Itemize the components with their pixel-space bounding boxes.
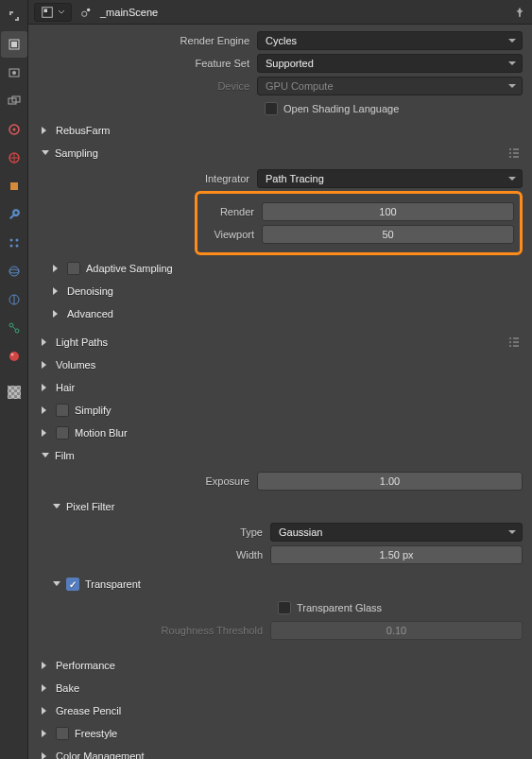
tab-object-icon[interactable]: [1, 173, 27, 199]
render-engine-label: Render Engine: [28, 35, 257, 46]
simplify-checkbox[interactable]: [56, 404, 69, 417]
tab-world-icon[interactable]: [1, 145, 27, 171]
feature-set-label: Feature Set: [28, 58, 257, 69]
svg-rect-1: [11, 42, 17, 47]
filter-width-field[interactable]: 1.50 px: [270, 545, 523, 564]
panel-grease-pencil[interactable]: Grease Pencil: [28, 699, 528, 722]
preset-list-icon[interactable]: [507, 336, 521, 349]
panel-volumes[interactable]: Volumes: [28, 354, 528, 376]
svg-point-15: [9, 269, 19, 273]
adaptive-sampling-checkbox[interactable]: [67, 262, 80, 275]
exposure-label: Exposure: [28, 475, 257, 487]
render-samples-field[interactable]: 100: [262, 202, 514, 221]
svg-point-19: [9, 352, 19, 361]
tab-physics-icon[interactable]: [1, 258, 27, 285]
panel-rebusfarm[interactable]: RebusFarm: [28, 119, 528, 142]
tab-particles-icon[interactable]: [1, 230, 27, 256]
device-label: Device: [28, 80, 257, 92]
svg-point-10: [9, 239, 12, 242]
panel-performance[interactable]: Performance: [28, 654, 528, 677]
properties-tab-sidebar: [0, 0, 28, 759]
svg-point-18: [15, 329, 19, 333]
svg-rect-9: [10, 182, 18, 190]
tab-modifier-icon[interactable]: [1, 201, 27, 228]
render-samples-label: Render: [203, 206, 262, 217]
tab-tool-icon[interactable]: [1, 3, 27, 29]
device-select: GPU Compute: [257, 77, 523, 95]
subpanel-advanced[interactable]: Advanced: [28, 302, 528, 325]
preset-list-icon[interactable]: [507, 147, 521, 160]
viewport-samples-label: Viewport: [203, 229, 262, 240]
viewport-samples-field[interactable]: 50: [262, 225, 514, 244]
tab-material-icon[interactable]: [1, 343, 27, 370]
osl-checkbox[interactable]: [265, 102, 278, 115]
tab-output-icon[interactable]: [1, 60, 27, 86]
panel-light-paths[interactable]: Light Paths: [28, 331, 528, 354]
panel-color-management[interactable]: Color Management: [28, 745, 528, 759]
transparent-glass-checkbox[interactable]: [278, 601, 291, 614]
header-bar: _mainScene: [28, 0, 532, 25]
filter-type-label: Type: [42, 526, 270, 538]
motion-blur-checkbox[interactable]: [56, 426, 69, 440]
roughness-threshold-field: 0.10: [270, 621, 523, 640]
render-engine-select[interactable]: Cycles: [257, 31, 523, 50]
subpanel-adaptive-sampling[interactable]: Adaptive Sampling: [28, 257, 528, 280]
svg-point-24: [87, 8, 91, 11]
svg-point-20: [10, 354, 13, 356]
transparent-glass-label: Transparent Glass: [297, 602, 382, 613]
tab-render-icon[interactable]: [1, 31, 27, 58]
subpanel-transparent[interactable]: Transparent: [28, 573, 528, 595]
exposure-field[interactable]: 1.00: [257, 472, 523, 491]
filter-width-label: Width: [42, 549, 270, 561]
svg-point-3: [12, 71, 16, 75]
subpanel-pixel-filter[interactable]: Pixel Filter: [28, 495, 528, 518]
svg-point-17: [9, 323, 13, 327]
pin-icon[interactable]: [513, 6, 526, 19]
scene-name: _mainScene: [100, 7, 506, 18]
samples-highlight: Render 100 Viewport 50: [195, 191, 523, 255]
panel-motion-blur[interactable]: Motion Blur: [28, 422, 528, 444]
filter-type-select[interactable]: Gaussian: [270, 523, 523, 542]
svg-point-13: [15, 245, 18, 248]
transparent-checkbox[interactable]: [66, 578, 79, 591]
svg-rect-22: [44, 9, 48, 12]
svg-point-7: [12, 129, 15, 131]
subpanel-denoising[interactable]: Denoising: [28, 280, 528, 302]
svg-point-11: [15, 239, 18, 242]
osl-label: Open Shading Language: [283, 103, 399, 114]
feature-set-select[interactable]: Supported: [257, 54, 523, 73]
svg-point-23: [82, 11, 87, 16]
tab-texture-icon[interactable]: [1, 379, 27, 405]
properties-content: Render Engine Cycles Feature Set Support…: [28, 25, 532, 759]
tab-constraints-icon[interactable]: [1, 286, 27, 313]
tab-nodes-icon[interactable]: [1, 315, 27, 341]
integrator-label: Integrator: [28, 173, 257, 184]
svg-point-14: [9, 267, 19, 276]
panel-bake[interactable]: Bake: [28, 677, 528, 699]
roughness-threshold-label: Roughness Threshold: [42, 625, 270, 636]
panel-freestyle[interactable]: Freestyle: [28, 722, 528, 745]
scene-datablock-icon: [79, 6, 93, 19]
tab-scene-icon[interactable]: [1, 116, 27, 143]
integrator-select[interactable]: Path Tracing: [257, 169, 523, 188]
panel-sampling[interactable]: Sampling: [28, 142, 528, 164]
freestyle-checkbox[interactable]: [56, 727, 69, 740]
svg-point-12: [9, 245, 12, 248]
panel-hair[interactable]: Hair: [28, 376, 528, 399]
tab-viewlayer-icon[interactable]: [1, 88, 27, 114]
editor-type-dropdown[interactable]: [34, 3, 72, 22]
panel-film[interactable]: Film: [28, 444, 528, 467]
panel-simplify[interactable]: Simplify: [28, 399, 528, 422]
